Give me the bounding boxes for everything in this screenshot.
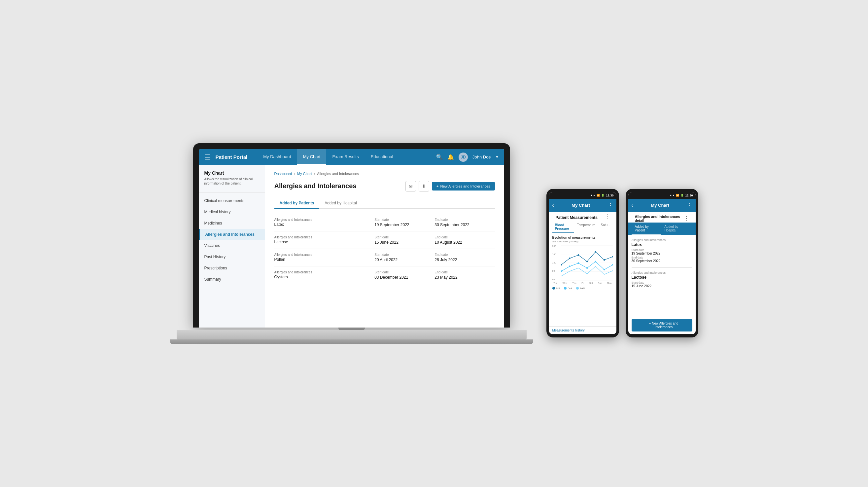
tab-added-by-hospital[interactable]: Added by Hospital	[319, 198, 362, 209]
dropdown-arrow-icon: ▼	[496, 155, 499, 159]
sidebar-item-medical-history[interactable]: Medical history	[199, 206, 265, 218]
allergy-table: Allergies and Intolerances Latex Start d…	[274, 214, 495, 284]
brand-name: Patient Portal	[216, 154, 248, 160]
phone2-signal-icon: 📶	[676, 194, 679, 197]
phone1-more-icon[interactable]: ⋮	[608, 202, 613, 208]
phone1-time: 12:30	[606, 194, 614, 197]
y-label-160: 160	[552, 253, 560, 255]
signal-icon: 📶	[597, 194, 600, 197]
chart-title: Evolution of measurements	[552, 236, 613, 239]
phone2-tab-hospital[interactable]: Added by Hospital	[661, 222, 692, 235]
chart-x-labels: Tue Wed Thu Fri Sat Sun Mon	[552, 282, 613, 284]
sidebar-item-past-history[interactable]: Past History	[199, 251, 265, 263]
phone2-section-title: Allergies and Intolerances detail	[631, 215, 684, 222]
bell-icon[interactable]: 🔔	[447, 154, 454, 160]
sidebar-item-prescriptions[interactable]: Prescriptions	[199, 263, 265, 274]
legend-dia-label: DIA	[567, 287, 572, 290]
latex-type: Allergies and Intolerances	[631, 238, 692, 242]
breadcrumb-current: Allergies and Intolerances	[317, 172, 359, 176]
legend-sis-dot	[552, 287, 555, 290]
row3-start-label: Start date	[374, 253, 434, 256]
phone1-chart-area: Evolution of measurements SIS-DIA-PAM (m…	[549, 233, 616, 326]
phone2-nav-title: My Chart	[636, 203, 684, 208]
table-row: Allergies and Intolerances Latex Start d…	[274, 214, 495, 232]
phone1-device: ▲▲ 📶 🔋 12:30 ‹ My Chart ⋮ Patient Measur…	[547, 189, 619, 337]
row4-start-value: 03 December 2021	[374, 275, 434, 280]
main-content: Dashboard › My Chart › Allergies and Int…	[265, 165, 504, 328]
breadcrumb-sep2: ›	[314, 172, 315, 176]
phone2-add-icon: +	[636, 323, 638, 327]
sidebar-item-summary[interactable]: Summary	[199, 274, 265, 285]
lactose-start-value: 15 June 2022	[631, 284, 692, 288]
laptop-device: ☰ Patient Portal My Dashboard My Chart E…	[170, 143, 533, 344]
phone2-nav: ‹ My Chart ⋮	[628, 199, 696, 212]
lactose-start-field: Start date 15 June 2022	[631, 281, 692, 288]
latex-start-field: Start date 19 September 2022	[631, 248, 692, 255]
x-label-tue: Tue	[554, 282, 558, 284]
latex-start-value: 19 September 2022	[631, 252, 692, 255]
y-label-200: 200	[552, 245, 560, 247]
measurements-history-link[interactable]: Measurements history	[549, 326, 616, 334]
phone2-device: ▲▲ 📶 🔋 12:30 ‹ My Chart ⋮ Allergies and …	[626, 189, 698, 337]
phone1-tabs: Blood Pressure Temperature Satu...	[549, 221, 616, 233]
row4-start-label: Start date	[374, 270, 434, 274]
phone1-back-icon[interactable]: ‹	[552, 203, 554, 208]
phone2-add-button[interactable]: + + New Allergies and Intolerances	[631, 319, 692, 332]
phone1-nav: ‹ My Chart ⋮	[549, 199, 616, 212]
phone2-allergy-lactose: Allergies and Intolerances Lactose Start…	[631, 271, 692, 288]
row4-type: Allergies and Intolerances	[274, 270, 375, 274]
laptop-notch	[338, 328, 365, 330]
sidebar-divider	[199, 192, 265, 192]
measurements-chart	[561, 245, 613, 281]
row4-end-label: End date	[434, 270, 495, 274]
email-button[interactable]: ✉	[405, 181, 416, 191]
phone2-back-icon[interactable]: ‹	[631, 203, 633, 208]
breadcrumb-mychart[interactable]: My Chart	[297, 172, 312, 176]
svg-point-14	[578, 262, 579, 264]
row3-start-value: 20 April 2022	[374, 257, 434, 262]
legend-pam-label: PAM	[580, 287, 585, 290]
laptop-screen: ☰ Patient Portal My Dashboard My Chart E…	[199, 149, 504, 328]
nav-educational[interactable]: Educational	[365, 149, 399, 165]
sidebar-item-medicines[interactable]: Medicines	[199, 218, 265, 229]
sidebar-item-clinical[interactable]: Clinical measurements	[199, 195, 265, 206]
phone1-tab-bp[interactable]: Blood Pressure	[552, 221, 575, 233]
nav-my-dashboard[interactable]: My Dashboard	[257, 149, 297, 165]
phone2-content: Allergies and Intolerances Latex Start d…	[628, 235, 696, 316]
phone1-tab-temp[interactable]: Temperature	[574, 221, 598, 233]
sidebar-item-allergies[interactable]: Allergies and Intolerances	[199, 229, 265, 240]
latex-end-field: End date 30 September 2022	[631, 256, 692, 263]
download-button[interactable]: ⬇	[418, 181, 429, 191]
username[interactable]: John Doe	[472, 154, 491, 159]
laptop-foot	[170, 339, 533, 344]
nav-my-chart[interactable]: My Chart	[297, 149, 327, 165]
hamburger-icon[interactable]: ☰	[205, 153, 210, 161]
phone1-tab-satu[interactable]: Satu...	[598, 221, 613, 233]
breadcrumb-sep1: ›	[294, 172, 295, 176]
nav-links: My Dashboard My Chart Exam Results Educa…	[257, 149, 436, 165]
search-icon[interactable]: 🔍	[436, 154, 443, 160]
row2-type: Allergies and Intolerances	[274, 235, 375, 239]
table-row: Allergies and Intolerances Pollen Start …	[274, 249, 495, 267]
sidebar-item-vaccines[interactable]: Vaccines	[199, 240, 265, 251]
phone2-screen: ▲▲ 📶 🔋 12:30 ‹ My Chart ⋮ Allergies and …	[628, 192, 696, 334]
phone2-more-icon[interactable]: ⋮	[687, 202, 692, 208]
phone2-options-icon[interactable]: ⋮	[684, 215, 692, 221]
breadcrumb-dashboard[interactable]: Dashboard	[274, 172, 292, 176]
tab-added-by-patients[interactable]: Added by Patients	[274, 198, 319, 209]
laptop-base	[177, 330, 527, 339]
add-allergy-label: New Allergies and Intolerances	[440, 184, 490, 188]
phones-wrapper: ▲▲ 📶 🔋 12:30 ‹ My Chart ⋮ Patient Measur…	[547, 189, 698, 337]
row1-type: Allergies and Intolerances	[274, 218, 375, 221]
legend-pam: PAM	[576, 287, 585, 290]
detail-divider	[631, 268, 692, 268]
add-allergy-button[interactable]: + New Allergies and Intolerances	[432, 182, 495, 190]
nav-bar: ☰ Patient Portal My Dashboard My Chart E…	[199, 149, 504, 165]
phone1-options-icon[interactable]: ⋮	[604, 213, 613, 219]
svg-point-15	[586, 267, 588, 269]
phone2-wifi-icon: ▲▲	[670, 194, 675, 197]
phone2-tab-patient[interactable]: Added by Patient	[631, 222, 661, 235]
svg-point-6	[569, 257, 570, 259]
nav-exam-results[interactable]: Exam Results	[326, 149, 365, 165]
avatar: JD	[459, 153, 468, 162]
